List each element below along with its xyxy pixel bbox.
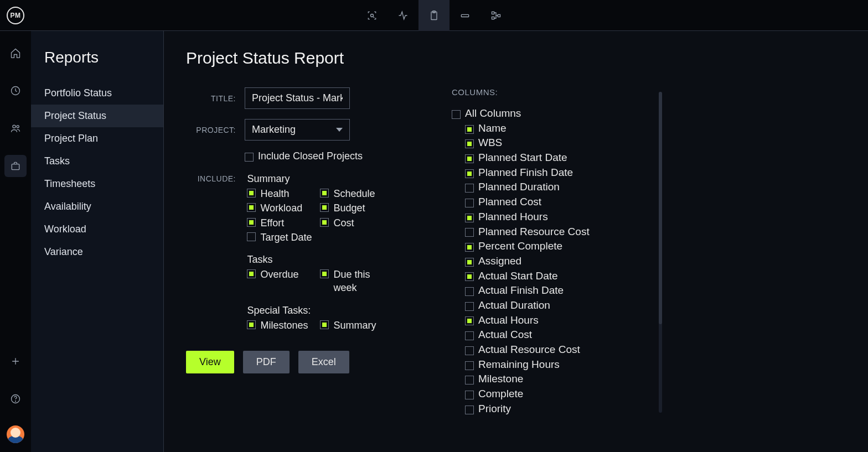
sidebar-item-project-status[interactable]: Project Status [31, 105, 163, 127]
include-summary-checkbox-effort[interactable] [247, 218, 256, 227]
activity-icon[interactable] [388, 0, 418, 31]
column-actual-hours: Actual Hours [452, 314, 640, 328]
include-summary-label: Cost [333, 216, 354, 230]
include-summary-checkbox-cost[interactable] [320, 218, 329, 227]
svg-point-8 [13, 125, 16, 128]
column-checkbox-planned-resource-cost[interactable] [465, 228, 474, 237]
svg-rect-3 [461, 14, 468, 17]
help-icon[interactable] [4, 388, 27, 410]
users-icon[interactable] [4, 117, 27, 139]
sidebar-item-availability[interactable]: Availability [31, 195, 163, 218]
column-priority: Priority [452, 402, 640, 416]
top-bar: PM [0, 0, 868, 31]
chevron-down-icon [336, 128, 343, 132]
column-checkbox-planned-cost[interactable] [465, 199, 474, 207]
column-label: Milestone [478, 372, 523, 386]
include-summary-checkbox-target-date[interactable] [247, 232, 256, 241]
column-remaining-hours: Remaining Hours [452, 358, 640, 372]
column-checkbox-priority[interactable] [465, 406, 474, 414]
sidebar-item-tasks[interactable]: Tasks [31, 150, 163, 173]
add-icon[interactable] [4, 350, 27, 372]
column-checkbox-actual-duration[interactable] [465, 302, 474, 311]
column-checkbox-actual-finish-date[interactable] [465, 287, 474, 296]
column-checkbox-name[interactable] [465, 125, 474, 134]
columns-scrollbar[interactable] [659, 92, 662, 413]
column-label: Planned Duration [478, 180, 560, 194]
column-checkbox-actual-resource-cost[interactable] [465, 346, 474, 355]
svg-rect-6 [498, 14, 500, 17]
include-summary-label: Budget [333, 201, 365, 215]
column-checkbox-actual-hours[interactable] [465, 316, 474, 325]
column-checkbox-wbs[interactable] [465, 139, 474, 148]
include-summary-target-date: Target Date [247, 231, 318, 244]
column-actual-cost: Actual Cost [452, 328, 640, 342]
column-checkbox-percent-complete[interactable] [465, 243, 474, 252]
logo-text: PM [7, 7, 24, 24]
include-special-heading: Special Tasks: [247, 305, 391, 316]
column-checkbox-planned-finish-date[interactable] [465, 169, 474, 178]
column-checkbox-actual-cost[interactable] [465, 331, 474, 340]
include-summary-checkbox-health[interactable] [247, 189, 256, 198]
column-checkbox-planned-start-date[interactable] [465, 154, 474, 163]
column-actual-resource-cost: Actual Resource Cost [452, 343, 640, 357]
column-checkbox-assigned[interactable] [465, 258, 474, 267]
include-summary-checkbox-schedule[interactable] [320, 189, 329, 198]
include-special-checkbox-summary[interactable] [320, 320, 329, 329]
column-checkbox-milestone[interactable] [465, 376, 474, 385]
column-planned-hours: Planned Hours [452, 210, 640, 224]
include-special-summary: Summary [320, 319, 391, 332]
briefcase-icon[interactable] [4, 155, 27, 177]
column-label: Assigned [478, 254, 521, 268]
label-include: INCLUDE: [186, 173, 236, 183]
column-all-checkbox[interactable] [452, 110, 461, 119]
sidebar-item-project-plan[interactable]: Project Plan [31, 127, 163, 150]
column-checkbox-remaining-hours[interactable] [465, 361, 474, 370]
clipboard-icon[interactable] [418, 0, 450, 31]
svg-point-0 [371, 14, 374, 17]
scan-icon[interactable] [356, 0, 388, 31]
hierarchy-icon[interactable] [480, 0, 512, 31]
columns-label: COLUMNS: [452, 87, 640, 97]
column-wbs: WBS [452, 136, 640, 150]
include-tasks-checkbox-due-this-week[interactable] [320, 269, 329, 278]
include-tasks-checkbox-overdue[interactable] [247, 269, 256, 278]
tag-icon[interactable] [450, 0, 480, 31]
logo[interactable]: PM [0, 0, 31, 31]
column-percent-complete: Percent Complete [452, 240, 640, 253]
sidebar-item-timesheets[interactable]: Timesheets [31, 173, 163, 195]
include-special-checkbox-milestones[interactable] [247, 320, 256, 329]
avatar[interactable] [7, 425, 24, 443]
scrollbar-thumb[interactable] [659, 92, 662, 324]
column-label: Percent Complete [478, 240, 562, 253]
include-summary-checkbox-budget[interactable] [320, 203, 329, 212]
reports-sidebar: Reports Portfolio StatusProject StatusPr… [31, 31, 164, 452]
include-summary-checkbox-workload[interactable] [247, 203, 256, 212]
project-select[interactable]: Marketing [245, 119, 350, 141]
column-checkbox-planned-hours[interactable] [465, 214, 474, 222]
include-summary-budget: Budget [320, 201, 391, 215]
include-summary-label: Schedule [333, 187, 375, 200]
column-label: Actual Finish Date [478, 284, 564, 298]
column-checkbox-complete[interactable] [465, 391, 474, 399]
sidebar-item-workload[interactable]: Workload [31, 218, 163, 241]
label-project: PROJECT: [186, 126, 236, 134]
include-closed-checkbox[interactable] [245, 153, 254, 162]
home-icon[interactable] [4, 42, 27, 64]
sidebar-item-variance[interactable]: Variance [31, 241, 163, 263]
column-planned-resource-cost: Planned Resource Cost [452, 225, 640, 239]
column-label: Planned Cost [478, 195, 541, 209]
include-tasks-overdue: Overdue [247, 268, 318, 295]
column-actual-start-date: Actual Start Date [452, 269, 640, 283]
pdf-button[interactable]: PDF [243, 351, 290, 373]
column-label: Remaining Hours [478, 358, 560, 372]
clock-icon[interactable] [4, 80, 27, 102]
excel-button[interactable]: Excel [298, 351, 349, 373]
title-input[interactable] [245, 87, 350, 109]
view-button[interactable]: View [186, 351, 234, 373]
column-checkbox-planned-duration[interactable] [465, 184, 474, 193]
svg-rect-4 [492, 12, 494, 14]
column-milestone: Milestone [452, 372, 640, 386]
sidebar-item-portfolio-status[interactable]: Portfolio Status [31, 82, 163, 105]
column-checkbox-actual-start-date[interactable] [465, 272, 474, 281]
column-label: Name [478, 122, 507, 136]
